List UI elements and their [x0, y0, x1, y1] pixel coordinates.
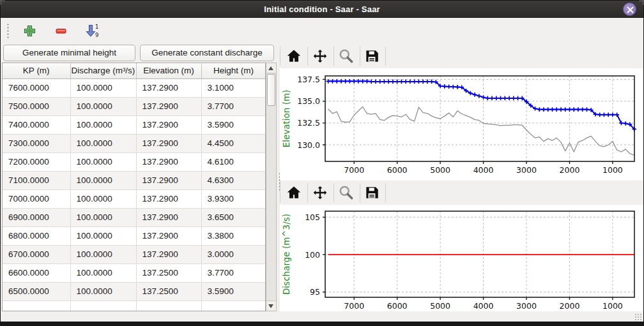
table-cell[interactable]: 4.4500 — [201, 134, 266, 152]
table-cell[interactable]: 137.2900 — [136, 152, 201, 171]
resize-grip[interactable] — [634, 313, 642, 321]
plot1-zoom-button[interactable] — [336, 46, 356, 66]
plot1-pan-button[interactable] — [310, 46, 330, 66]
table-cell[interactable]: 7500.0000 — [3, 97, 70, 115]
table-row[interactable]: 7100.0000100.0000137.29004.6300 — [3, 171, 266, 189]
table-row[interactable]: 7500.0000100.0000137.29003.7700 — [3, 97, 266, 115]
column-header-0[interactable]: KP (m) — [3, 63, 70, 78]
remove-row-button[interactable] — [52, 22, 70, 40]
column-header-3[interactable]: Height (m) — [201, 63, 266, 78]
arrow-up-icon — [268, 66, 273, 70]
table-scrollbar[interactable] — [266, 63, 277, 311]
table-cell[interactable]: 137.2500 — [136, 282, 201, 300]
table-cell[interactable]: 137.2900 — [136, 226, 201, 245]
column-header-1[interactable]: Discharge (m³/s) — [70, 63, 136, 78]
add-row-button[interactable] — [21, 22, 38, 40]
table-cell[interactable]: 3.3800 — [201, 226, 266, 245]
table-cell[interactable]: 100.0000 — [70, 171, 136, 189]
toolbar-grip[interactable] — [6, 22, 10, 39]
zoom-icon — [338, 48, 355, 64]
table-cell[interactable]: 6600.0000 — [3, 263, 70, 282]
pan-icon — [312, 184, 328, 201]
discharge-figure[interactable]: 700060005000400030002000100010510095Disc… — [280, 205, 644, 311]
table-row[interactable]: 6900.0000100.0000137.29003.6500 — [3, 208, 266, 226]
table-cell[interactable]: 6500.0000 — [3, 282, 70, 300]
window-title: Initial condition - Saar - Saar — [1, 1, 643, 18]
column-header-2[interactable]: Elevation (m) — [136, 63, 201, 78]
table-row[interactable]: 6600.0000100.0000137.25003.7700 — [3, 263, 266, 282]
table-cell[interactable] — [70, 300, 136, 311]
table-cell[interactable]: 7100.0000 — [3, 171, 70, 189]
table-cell[interactable] — [201, 300, 266, 311]
table-cell[interactable]: 4.6100 — [201, 152, 266, 171]
table-cell[interactable]: 3.7700 — [201, 97, 266, 115]
table-cell[interactable]: 100.0000 — [70, 282, 136, 300]
plot1-save-button[interactable] — [362, 46, 382, 66]
scroll-down-button[interactable] — [266, 300, 276, 311]
table-row[interactable]: 6700.0000100.0000137.29003.0000 — [3, 245, 266, 263]
window-bottom-edge — [1, 322, 643, 325]
plot2-zoom-button[interactable] — [336, 182, 356, 203]
plot2-home-button[interactable] — [284, 182, 304, 203]
table-cell[interactable]: 100.0000 — [70, 134, 136, 152]
table-cell[interactable] — [136, 300, 201, 311]
table-row[interactable]: 6500.0000100.0000137.25003.5900 — [3, 282, 266, 300]
table-cell[interactable]: 3.6500 — [201, 208, 266, 226]
table-cell[interactable]: 3.7700 — [201, 263, 266, 282]
table-cell[interactable]: 7300.0000 — [3, 134, 70, 152]
table-cell[interactable]: 6700.0000 — [3, 245, 70, 263]
table-cell[interactable]: 6900.0000 — [3, 208, 70, 226]
generate-constant-discharge-button[interactable]: Generate constant discharge — [140, 45, 274, 61]
plot2-pan-button[interactable] — [310, 182, 330, 203]
elevation-figure[interactable]: 7000600050004000300020001000137.5135.013… — [280, 68, 644, 181]
table-cell[interactable]: 100.0000 — [70, 226, 136, 245]
table-row[interactable]: 7200.0000100.0000137.29004.6100 — [3, 152, 266, 171]
table-cell[interactable]: 100.0000 — [70, 115, 136, 134]
table-cell[interactable]: 100.0000 — [70, 208, 136, 226]
titlebar[interactable]: Initial condition - Saar - Saar — [1, 1, 643, 18]
table-cell[interactable]: 100.0000 — [70, 97, 136, 115]
table-cell[interactable]: 137.2900 — [136, 97, 201, 115]
table-row[interactable]: 7300.0000100.0000137.29004.4500 — [3, 134, 266, 152]
table-cell[interactable]: 3.5900 — [201, 282, 266, 300]
plot1-home-button[interactable] — [284, 46, 304, 66]
table-cell[interactable]: 4.6300 — [201, 171, 266, 189]
discharge-chart[interactable]: 700060005000400030002000100010510095Disc… — [280, 205, 644, 311]
close-button[interactable] — [623, 3, 636, 16]
table-cell[interactable]: 3.0000 — [201, 245, 266, 263]
table-cell[interactable]: 137.2500 — [136, 263, 201, 282]
table-cell[interactable]: 137.2900 — [136, 245, 201, 263]
table-row[interactable]: 7400.0000100.0000137.29003.5900 — [3, 115, 266, 134]
sort-rows-button[interactable]: 1 9 — [84, 22, 101, 40]
table-cell[interactable]: 100.0000 — [70, 78, 136, 97]
table-cell[interactable]: 7200.0000 — [3, 152, 70, 171]
table-cell[interactable]: 100.0000 — [70, 245, 136, 263]
elevation-chart[interactable]: 7000600050004000300020001000137.5135.013… — [280, 68, 644, 181]
table-row[interactable]: 7000.0000100.0000137.29003.9300 — [3, 189, 266, 208]
table-cell[interactable]: 3.9300 — [201, 189, 266, 208]
table-row-partial[interactable] — [3, 300, 266, 311]
table-cell[interactable]: 100.0000 — [70, 263, 136, 282]
table-cell[interactable]: 137.2900 — [136, 115, 201, 134]
scrollbar-thumb[interactable] — [267, 74, 275, 106]
table-row[interactable]: 7600.0000100.0000137.29003.1000 — [3, 78, 266, 97]
table-cell[interactable]: 100.0000 — [70, 189, 136, 208]
table-cell[interactable]: 3.5900 — [201, 115, 266, 134]
plot2-save-button[interactable] — [362, 182, 382, 203]
table-cell[interactable]: 3.1000 — [201, 78, 266, 97]
generate-minimal-height-button[interactable]: Generate minimal height — [3, 45, 135, 61]
table-cell[interactable]: 7400.0000 — [3, 115, 70, 134]
table-cell[interactable]: 137.2900 — [136, 134, 201, 152]
table-cell[interactable] — [3, 300, 70, 311]
table-cell[interactable]: 137.2900 — [136, 189, 201, 208]
scroll-up-button[interactable] — [266, 63, 276, 73]
table-cell[interactable]: 7000.0000 — [3, 189, 70, 208]
table-cell[interactable]: 137.2900 — [136, 171, 201, 189]
table-cell[interactable]: 6800.0000 — [3, 226, 70, 245]
table-cell[interactable]: 7600.0000 — [3, 78, 70, 97]
table-cell[interactable]: 100.0000 — [70, 152, 136, 171]
table-cell[interactable]: 137.2900 — [136, 208, 201, 226]
table-row[interactable]: 6800.0000100.0000137.29003.3800 — [3, 226, 266, 245]
svg-text:100: 100 — [305, 250, 320, 260]
table-cell[interactable]: 137.2900 — [136, 78, 201, 97]
